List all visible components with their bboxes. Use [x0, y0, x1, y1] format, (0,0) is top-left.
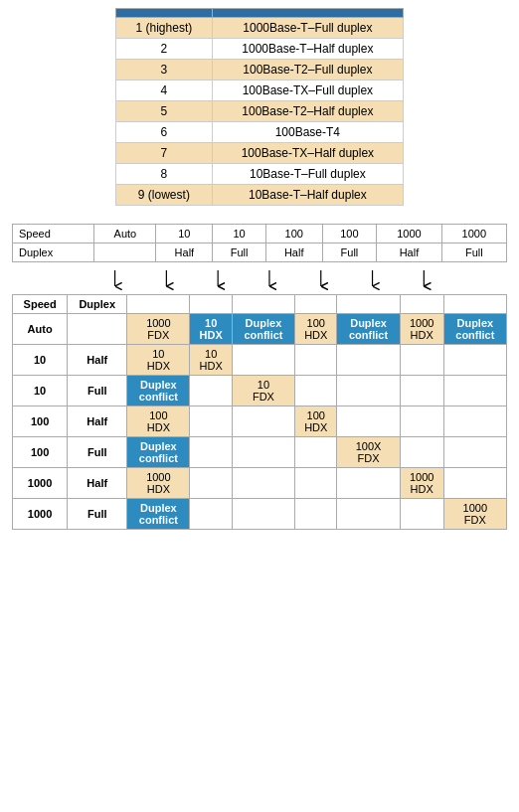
- nic-row-speed: 1000: [13, 468, 68, 499]
- nic-data-cell: [337, 468, 400, 499]
- switch-speed-value: 10: [213, 225, 266, 244]
- switch-speed-value: 100: [322, 225, 377, 244]
- nic-row-duplex: Half: [68, 468, 127, 499]
- switch-duplex-value: Half: [156, 244, 213, 262]
- nic-data-cell: [337, 499, 400, 530]
- priority-cell: 3: [116, 60, 213, 81]
- nic-data-cell: Duplexconflict: [232, 314, 294, 345]
- nic-data-cell: 100XFDX: [337, 437, 400, 468]
- nic-data-cell: 10HDX: [190, 314, 232, 345]
- switch-duplex-value: Full: [441, 244, 506, 262]
- nic-data-cell: 1000FDX: [443, 499, 506, 530]
- switch-speed-label: Speed: [13, 225, 94, 244]
- nic-data-cell: [190, 499, 232, 530]
- nic-data-cell: 1000FDX: [127, 314, 190, 345]
- priority-cell: 100Base-TX–Full duplex: [212, 81, 403, 101]
- nic-header-empty: [127, 295, 190, 314]
- nic-row-speed: Auto: [13, 314, 68, 345]
- nic-data-cell: [443, 437, 506, 468]
- nic-data-cell: [337, 345, 400, 376]
- nic-header-empty: [190, 295, 232, 314]
- nic-data-cell: [400, 376, 443, 406]
- technology-header: [212, 9, 403, 18]
- priority-cell: 100Base-T2–Full duplex: [212, 60, 403, 81]
- priority-cell: 100Base-T4: [212, 122, 403, 143]
- nic-row-duplex: Full: [68, 499, 127, 530]
- priority-cell: 100Base-TX–Half duplex: [212, 143, 403, 164]
- priority-cell: 4: [116, 81, 213, 101]
- priority-cell: 5: [116, 101, 213, 122]
- priority-cell: 8: [116, 164, 213, 185]
- priority-cell: 1000Base-T–Full duplex: [212, 18, 403, 39]
- nic-data-cell: [295, 376, 337, 406]
- nic-data-cell: [190, 437, 232, 468]
- nic-data-cell: [232, 345, 294, 376]
- priority-cell: 2: [116, 39, 213, 60]
- priority-cell: 9 (lowest): [116, 185, 213, 206]
- nic-data-cell: Duplexconflict: [127, 376, 190, 406]
- nic-row-speed: 10: [13, 345, 68, 376]
- nic-data-cell: [443, 406, 506, 437]
- nic-data-cell: [295, 499, 337, 530]
- nic-data-cell: [232, 499, 294, 530]
- nic-data-cell: [443, 376, 506, 406]
- nic-data-cell: 1000HDX: [127, 468, 190, 499]
- nic-data-cell: 100HDX: [295, 406, 337, 437]
- nic-data-cell: [295, 345, 337, 376]
- nic-row-duplex: Half: [68, 406, 127, 437]
- nic-row-speed: 1000: [13, 499, 68, 530]
- nic-data-cell: Duplexconflict: [127, 437, 190, 468]
- nic-data-cell: 10HDX: [190, 345, 232, 376]
- switch-speed-value: Auto: [94, 225, 156, 244]
- nic-data-cell: 10FDX: [232, 376, 294, 406]
- priority-cell: 10Base-T–Full duplex: [212, 164, 403, 185]
- nic-data-cell: [232, 468, 294, 499]
- nic-data-cell: [190, 406, 232, 437]
- priority-cell: 1000Base-T–Half duplex: [212, 39, 403, 60]
- nic-header-empty: [443, 295, 506, 314]
- nic-header-empty: [337, 295, 400, 314]
- switch-duplex-value: [94, 244, 156, 262]
- switch-speed-value: 1000: [377, 225, 441, 244]
- switch-speed-value: 100: [265, 225, 322, 244]
- nic-col-header: Duplex: [68, 295, 127, 314]
- arrows-section: [12, 268, 507, 290]
- priority-cell: 1 (highest): [116, 18, 213, 39]
- nic-data-cell: [400, 345, 443, 376]
- switch-speed-value: 1000: [441, 225, 506, 244]
- priority-cell: 10Base-T–Half duplex: [212, 185, 403, 206]
- switch-duplex-value: Full: [213, 244, 266, 262]
- nic-data-cell: Duplexconflict: [443, 314, 506, 345]
- nic-data-cell: 1000HDX: [400, 468, 443, 499]
- nic-data-cell: Duplexconflict: [337, 314, 400, 345]
- nic-config-table: SpeedDuplexAuto1000FDX10HDXDuplexconflic…: [12, 294, 507, 530]
- nic-row-speed: 10: [13, 376, 68, 406]
- priority-cell: 7: [116, 143, 213, 164]
- nic-row-speed: 100: [13, 437, 68, 468]
- nic-data-cell: [337, 406, 400, 437]
- priority-cell: 6: [116, 122, 213, 143]
- nic-data-cell: [295, 468, 337, 499]
- nic-data-cell: 100HDX: [295, 314, 337, 345]
- nic-row-speed: 100: [13, 406, 68, 437]
- nic-data-cell: [400, 406, 443, 437]
- priority-cell: 100Base-T2–Half duplex: [212, 101, 403, 122]
- nic-header-empty: [400, 295, 443, 314]
- nic-col-header: Speed: [13, 295, 68, 314]
- nic-data-cell: [443, 468, 506, 499]
- priority-header: [116, 9, 213, 18]
- nic-row-duplex: [68, 314, 127, 345]
- switch-duplex-value: Half: [377, 244, 441, 262]
- nic-data-cell: [337, 376, 400, 406]
- nic-data-cell: 1000HDX: [400, 314, 443, 345]
- nic-header-empty: [295, 295, 337, 314]
- switch-config-table: SpeedAuto101010010010001000 DuplexHalfFu…: [12, 224, 507, 262]
- nic-row-duplex: Full: [68, 437, 127, 468]
- switch-duplex-value: Full: [322, 244, 377, 262]
- nic-data-cell: [232, 437, 294, 468]
- nic-data-cell: [232, 406, 294, 437]
- nic-data-cell: [443, 345, 506, 376]
- nic-data-cell: [295, 437, 337, 468]
- nic-data-cell: 100HDX: [127, 406, 190, 437]
- nic-row-duplex: Half: [68, 345, 127, 376]
